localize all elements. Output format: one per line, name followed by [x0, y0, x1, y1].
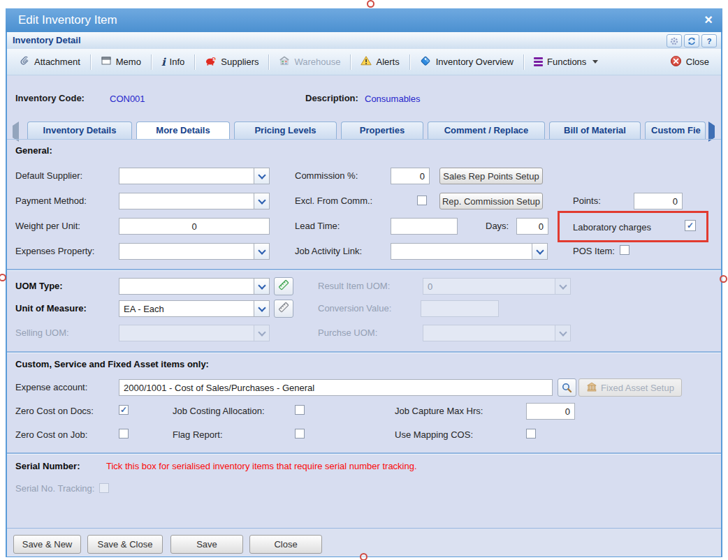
excl-from-comm-checkbox[interactable]	[417, 196, 427, 205]
save-button[interactable]: Save	[170, 535, 243, 554]
annotation-circle-top	[367, 0, 374, 8]
lead-time-input[interactable]	[391, 218, 458, 235]
excl-from-comm-label: Excl. From Comm.:	[295, 196, 372, 206]
tab-custom-fields[interactable]: Custom Fie	[645, 121, 706, 139]
tab-bill-of-material[interactable]: Bill of Material	[549, 121, 641, 139]
job-capture-max-hrs-label: Job Capture Max Hrs:	[395, 406, 483, 416]
conversion-value-label: Conversion Value:	[318, 303, 391, 314]
attachment-button[interactable]: Attachment	[15, 52, 84, 71]
functions-button[interactable]: Functions	[530, 54, 602, 70]
chevron-down-icon	[258, 171, 265, 179]
close-button[interactable]: Close	[667, 52, 713, 72]
expenses-property-select[interactable]	[119, 243, 270, 260]
annotation-circle-right	[720, 275, 727, 283]
tab-comment-replace[interactable]: Comment / Replace	[428, 121, 545, 139]
default-supplier-select[interactable]	[119, 168, 270, 184]
attachment-label: Attachment	[34, 57, 80, 67]
uom-type-label: UOM Type:	[15, 281, 63, 291]
menu-bars-icon	[534, 57, 543, 67]
default-supplier-label: Default Supplier:	[15, 170, 82, 181]
fixed-asset-setup-label: Fixed Asset Setup	[601, 383, 674, 393]
chevron-down-icon	[559, 328, 567, 336]
chevron-down-icon	[258, 328, 265, 336]
chevron-down-icon	[258, 281, 265, 289]
tab-more-details[interactable]: More Details	[136, 121, 230, 139]
result-item-uom-select: 0	[423, 278, 571, 295]
serial-tracking-label: Serial No. Tracking:	[15, 483, 94, 494]
unit-of-measure-ruler-button[interactable]	[274, 300, 293, 318]
toolbar-separator	[268, 54, 269, 70]
inventory-overview-button[interactable]: Inventory Overview	[416, 52, 517, 71]
alerts-label: Alerts	[376, 57, 399, 67]
payment-method-select[interactable]	[119, 193, 270, 209]
refresh-icon[interactable]	[684, 34, 699, 47]
gear-icon[interactable]	[667, 34, 682, 47]
chevron-down-icon	[258, 246, 265, 254]
description-label: Description:	[305, 93, 358, 103]
commission-label: Commission %:	[295, 170, 358, 181]
chevron-down-icon	[258, 196, 265, 204]
sales-rep-points-setup-button[interactable]: Sales Rep Points Setup	[439, 168, 543, 184]
functions-label: Functions	[547, 57, 586, 67]
fixed-asset-setup-button: Fixed Asset Setup	[578, 378, 682, 397]
close-icon[interactable]: ×	[704, 11, 713, 28]
days-input[interactable]: 0	[516, 218, 548, 235]
chevron-down-icon	[258, 304, 265, 311]
memo-button[interactable]: Memo	[97, 52, 145, 71]
annotation-circle-bottom	[360, 553, 367, 560]
svg-text:$: $	[212, 57, 215, 61]
tab-scroll-right-icon[interactable]	[708, 126, 715, 138]
use-mapping-cos-label: Use Mapping COS:	[395, 429, 473, 440]
alerts-button[interactable]: Alerts	[357, 52, 402, 71]
toolbar-separator	[151, 54, 152, 70]
close-circle-icon	[670, 55, 682, 69]
zero-cost-docs-checkbox[interactable]: ✓	[119, 405, 129, 415]
section-divider	[7, 452, 721, 454]
save-and-new-button[interactable]: Save & New	[13, 535, 81, 554]
search-icon[interactable]	[558, 378, 576, 397]
tab-inventory-details[interactable]: Inventory Details	[27, 121, 132, 139]
conversion-value-input	[421, 300, 499, 317]
rep-commission-setup-button[interactable]: Rep. Commission Setup	[439, 193, 543, 209]
tab-scroll-left-icon[interactable]	[13, 126, 19, 138]
unit-of-measure-label: Unit of Measure:	[15, 303, 87, 314]
points-input[interactable]: 0	[634, 193, 683, 209]
result-item-uom-label: Result Item UOM:	[318, 281, 390, 291]
expense-account-input[interactable]: 2000/1001 - Cost of Sales/Purchases - Ge…	[119, 379, 553, 396]
toolbar-separator	[90, 54, 91, 70]
save-and-close-button[interactable]: Save & Close	[87, 535, 163, 554]
section-divider	[7, 269, 721, 270]
help-icon[interactable]: ?	[701, 34, 717, 47]
job-costing-allocation-checkbox[interactable]	[295, 405, 305, 415]
suppliers-button[interactable]: $ Suppliers	[201, 52, 262, 71]
zero-cost-job-label: Zero Cost on Job:	[15, 429, 87, 440]
bank-icon	[586, 381, 597, 395]
weight-per-unit-input[interactable]: 0	[119, 218, 270, 235]
job-activity-link-label: Job Activity Link:	[295, 246, 362, 256]
serial-tracking-checkbox	[99, 483, 109, 493]
chevron-down-icon	[559, 281, 567, 289]
tab-pricing-levels[interactable]: Pricing Levels	[234, 121, 337, 139]
serial-number-note: Tick this box for serialised inventory i…	[106, 461, 417, 471]
job-activity-link-select[interactable]	[391, 243, 548, 260]
commission-input[interactable]: 0	[391, 168, 430, 184]
close-footer-button[interactable]: Close	[249, 535, 322, 554]
toolbar-separator	[194, 54, 195, 70]
uom-type-select[interactable]	[119, 278, 270, 295]
zero-cost-job-checkbox[interactable]	[119, 429, 129, 439]
edit-inventory-item-dialog: Edit Inventory Item × Inventory Detail ?…	[6, 8, 722, 557]
pos-item-checkbox[interactable]	[620, 245, 629, 255]
paperclip-icon	[19, 55, 30, 68]
uom-type-ruler-button[interactable]	[274, 277, 293, 295]
pos-item-label: POS Item:	[573, 246, 615, 256]
tab-properties[interactable]: Properties	[341, 121, 423, 139]
use-mapping-cos-checkbox[interactable]	[526, 429, 536, 439]
job-capture-max-hrs-input[interactable]: 0	[526, 403, 575, 420]
unit-of-measure-select[interactable]: EA - Each	[119, 300, 270, 317]
points-label: Points:	[573, 196, 601, 206]
check-icon: ✓	[120, 406, 127, 414]
selling-uom-select	[119, 325, 270, 341]
panel-title: Inventory Detail	[13, 35, 81, 45]
info-button[interactable]: i Info	[158, 53, 188, 71]
flag-report-checkbox[interactable]	[295, 429, 305, 439]
